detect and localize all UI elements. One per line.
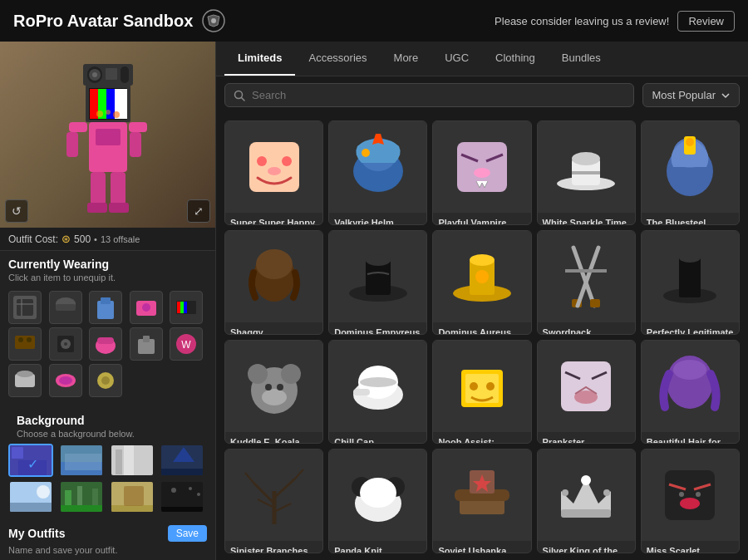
item-name: Super Super Happy Face <box>230 217 317 225</box>
item-card[interactable]: Silver King of the Night <box>537 449 636 553</box>
wearing-item-6[interactable] <box>8 327 42 361</box>
bg-item-5[interactable] <box>8 480 53 513</box>
item-info: Miss Scarlet ⊛24,000 <box>642 541 739 553</box>
bg-item-7[interactable] <box>110 480 155 513</box>
item-card[interactable]: Prankster ⊛266,000 <box>537 340 636 445</box>
item-card[interactable]: The Bluesteel Bathelm ⊛9,100 <box>641 120 740 225</box>
wearing-item-12[interactable] <box>49 364 82 397</box>
sort-dropdown[interactable]: Most Popular <box>642 83 740 107</box>
item-card[interactable]: Valkyrie Helm ⊛150,000 <box>328 120 427 225</box>
wearing-item-10[interactable]: W <box>170 327 203 361</box>
item-image <box>329 231 426 322</box>
tab-accessories[interactable]: Accessories <box>295 42 380 76</box>
item-card[interactable]: Kuddle E. Koala ⊛1,300 <box>224 340 323 445</box>
item-image <box>433 121 530 213</box>
item-card[interactable]: Super Super Happy Face ⊛80,000 <box>224 120 323 225</box>
header: RoPro Avatar Sandbox Please consider lea… <box>0 0 748 42</box>
item-name: Silver King of the Night <box>543 545 630 553</box>
avatar-preview: ↺ ⤢ <box>0 42 215 228</box>
item-info: Prankster ⊛266,000 <box>538 432 635 445</box>
review-button[interactable]: Review <box>677 11 735 32</box>
svg-rect-81 <box>92 489 98 505</box>
svg-point-168 <box>603 489 610 496</box>
svg-rect-44 <box>27 337 32 342</box>
wearing-item-7[interactable] <box>49 327 82 361</box>
item-card[interactable]: Chill Cap ⊛1,395 <box>328 340 427 445</box>
wearing-item-1[interactable] <box>8 291 42 324</box>
search-input[interactable] <box>252 89 625 101</box>
item-image <box>329 121 426 213</box>
bg-item-8[interactable] <box>160 480 204 513</box>
svg-point-88 <box>189 487 192 490</box>
svg-rect-41 <box>184 302 187 313</box>
bg-item-3[interactable] <box>110 444 155 477</box>
item-info: Noob Assist: Smores ⊛1,382 <box>433 432 530 445</box>
wearing-item-3[interactable] <box>89 291 122 324</box>
wearing-item-2[interactable] <box>49 291 82 324</box>
item-card[interactable]: Playful Vampire ⊛44,000 <box>432 120 531 225</box>
svg-point-94 <box>282 156 292 166</box>
my-outfits-title: My Outfits <box>8 527 65 540</box>
item-image <box>538 341 635 432</box>
bg-item-2[interactable] <box>59 444 104 477</box>
wearing-item-9[interactable] <box>130 327 163 361</box>
svg-rect-75 <box>10 503 53 513</box>
wearing-item-5[interactable] <box>170 291 203 324</box>
item-card[interactable]: Shaggy ⊛1,384 <box>224 230 323 335</box>
svg-point-130 <box>248 364 268 384</box>
item-card[interactable]: Miss Scarlet ⊛24,000 <box>641 449 740 553</box>
item-name: Noob Assist: Smores <box>438 436 525 445</box>
item-info: Super Super Happy Face ⊛80,000 <box>225 213 322 225</box>
item-name: Perfectly Legitimate <box>647 327 734 335</box>
item-card[interactable]: Noob Assist: Smores ⊛1,382 <box>432 340 531 445</box>
svg-rect-69 <box>124 445 134 477</box>
avatar-expand-button[interactable]: ⤢ <box>187 199 210 223</box>
item-card[interactable]: Dominus Aureus ⊛2,249,999 <box>432 230 531 335</box>
tab-limiteds[interactable]: Limiteds <box>224 42 295 76</box>
wearing-item-13[interactable] <box>89 364 122 397</box>
item-card[interactable]: Panda Knit ⊛1,428 <box>328 449 427 553</box>
svg-rect-67 <box>65 454 101 470</box>
item-card[interactable]: Perfectly Legitimate ⊛6,699 <box>641 230 740 335</box>
svg-point-26 <box>113 111 120 118</box>
svg-text:W: W <box>182 339 192 351</box>
svg-rect-15 <box>121 66 129 83</box>
bg-item-4[interactable] <box>160 444 204 477</box>
offsale-count: 13 offsale <box>101 234 140 244</box>
tab-clothing[interactable]: Clothing <box>482 42 549 76</box>
item-name: Soviet Ushanka <box>438 545 525 553</box>
avatar-icons-bar: ↺ ⤢ <box>5 199 210 223</box>
item-name: Dominus Aureus <box>438 327 525 335</box>
item-card[interactable]: Sinister Branches <box>224 449 323 553</box>
svg-point-166 <box>581 475 591 485</box>
bg-item-6[interactable] <box>59 480 104 513</box>
main-layout: ↺ ⤢ Outfit Cost: ⊛ 500 • 13 offsale Curr… <box>0 42 748 560</box>
item-image <box>642 341 739 432</box>
svg-point-118 <box>470 254 495 266</box>
tab-ugc[interactable]: UGC <box>431 42 482 76</box>
currently-wearing-grid: W <box>0 287 215 404</box>
svg-line-91 <box>242 97 245 101</box>
item-card[interactable]: Swordpack ⊛1,450 <box>537 230 636 335</box>
item-card[interactable]: Beautiful Hair for Beautiful ⊛4,997 <box>641 340 740 445</box>
wearing-item-11[interactable] <box>8 364 42 397</box>
svg-line-154 <box>274 504 291 512</box>
tab-more[interactable]: More <box>381 42 432 76</box>
item-image <box>225 121 322 213</box>
item-info: Swordpack ⊛1,450 <box>538 322 635 335</box>
tab-bundles[interactable]: Bundles <box>549 42 614 76</box>
bg-item-1[interactable]: ✓ <box>8 444 53 477</box>
item-image <box>225 231 322 322</box>
wearing-item-4[interactable] <box>130 291 163 324</box>
wearing-item-8[interactable] <box>89 327 122 361</box>
background-title: Background <box>8 407 207 429</box>
chevron-down-icon <box>721 91 731 101</box>
item-card[interactable]: Soviet Ushanka <box>432 449 531 553</box>
item-card[interactable]: White Sparkle Time Fedora ⊛1,370,000 <box>537 120 636 225</box>
svg-point-95 <box>268 167 281 175</box>
item-name: White Sparkle Time Fedora <box>543 217 630 225</box>
avatar-reset-button[interactable]: ↺ <box>5 199 28 223</box>
item-card[interactable]: Dominus Empyreus ⊛66,666,666 <box>328 230 427 335</box>
items-grid: Super Super Happy Face ⊛80,000 Valkyrie … <box>216 114 748 560</box>
save-outfit-button[interactable]: Save <box>168 525 207 542</box>
